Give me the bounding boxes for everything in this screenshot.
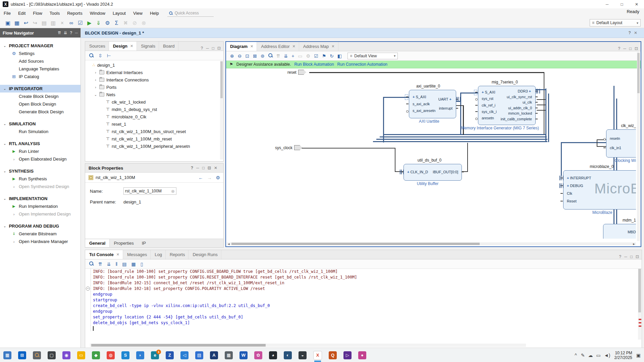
net-wire[interactable] (597, 146, 607, 147)
port-MBDEBUG_0[interactable]: MBDEBUG_0 (628, 230, 636, 234)
chrome-icon[interactable]: ◍ (107, 351, 115, 359)
net-wire[interactable] (561, 142, 562, 176)
menu-window[interactable]: Window (86, 8, 109, 18)
port-DEBUG[interactable]: +DEBUG (567, 184, 583, 188)
tree-item-External Interfaces[interactable]: ›External Interfaces (87, 69, 223, 76)
net-wire[interactable] (383, 97, 384, 142)
ip-block-clk_wiz_1[interactable]: resetnclk_in1clk_out1lockedclk_out2 (606, 129, 636, 158)
flow-item-run-implementation[interactable]: ▶Run Implementation (0, 202, 80, 210)
flow-item-generate-bitstream[interactable]: ⇓Generate Bitstream (0, 230, 80, 238)
help-icon[interactable]: ? (618, 46, 620, 51)
port-CLK_IN_D[interactable]: +CLK_IN_D (407, 170, 428, 174)
port-Clk[interactable]: Clk (567, 191, 572, 195)
menu-view[interactable]: View (129, 8, 146, 18)
float-panel-icon[interactable]: ⊡ (208, 166, 211, 170)
office-icon[interactable]: ▦ (225, 351, 233, 359)
console-tab-reports[interactable]: Reports (166, 250, 189, 259)
menu-help[interactable]: Help (146, 8, 163, 18)
onedrive-icon[interactable]: ☁ (588, 353, 593, 358)
flow-section-synthesis[interactable]: ⌄SYNTHESIS (0, 167, 80, 175)
validate-icon[interactable]: ☑ (76, 19, 85, 27)
layout-selector[interactable]: ≡ Default Layout ▾ (590, 19, 641, 26)
port-s_axi_aresetn[interactable]: s_axi_aresetn (413, 109, 436, 113)
flow-item-open-elaborated-design[interactable]: ›Open Elaborated Design (0, 155, 80, 163)
run-block-automation-link[interactable]: Run Block Automation (294, 62, 334, 67)
net-wire[interactable] (597, 139, 597, 147)
flow-item-open-block-design[interactable]: Open Block Design (0, 100, 80, 108)
port-mmcm_locked[interactable]: mmcm_locked (508, 111, 532, 115)
flow-section-simulation[interactable]: ⌄SIMULATION (0, 120, 80, 128)
quartus-icon[interactable]: Q (329, 351, 337, 359)
ip-block-mig_7series_0[interactable]: +S_AXIsys_rstclk_ref_isys_clk_iaresetnDD… (478, 86, 536, 125)
help-icon[interactable]: ? (191, 166, 193, 170)
chat-app-icon[interactable]: ◉ (62, 351, 70, 359)
dev-tool-icon[interactable]: ◒ (299, 351, 307, 359)
expand-icon[interactable]: ⇊ (284, 53, 288, 59)
flow-section-ip-integrator[interactable]: ⌄IP INTEGRATOR (0, 85, 80, 93)
pause-icon[interactable]: ‖ (115, 261, 117, 267)
sigma-icon[interactable]: Σ (112, 19, 121, 27)
display-icon[interactable]: ▭ (596, 353, 601, 358)
tree-item-rst_clk_wiz_1_100M_bus_struct_reset[interactable]: ⊤rst_clk_wiz_1_100M_bus_struct_reset (87, 128, 223, 135)
collapse-icon[interactable]: ⇈ (98, 261, 102, 267)
tree-item-reset_1[interactable]: ⊤reset_1 (87, 120, 223, 128)
console-tab-log[interactable]: Log (151, 250, 166, 259)
clear-icon[interactable]: ⊗ (171, 189, 175, 194)
port-ui_clk[interactable]: ui_clk (523, 100, 532, 104)
diagram-canvas[interactable]: resetsys_clockaxi_uartlite_0+S_AXIs_axi_… (226, 68, 636, 239)
port-init_calib_complete[interactable]: init_calib_complete (500, 117, 532, 121)
browser-icon[interactable]: ◐ (284, 351, 292, 359)
widgets-icon[interactable]: ▦ (3, 351, 11, 359)
port-UART[interactable]: UART + (438, 97, 452, 101)
undo-icon[interactable]: ↩ (21, 19, 31, 27)
tree-item-rst_clk_wiz_1_100M_peripheral_aresetn[interactable]: ⊤rst_clk_wiz_1_100M_peripheral_aresetn (87, 142, 223, 150)
flow-section-project-manager[interactable]: ⌄PROJECT MANAGER (0, 42, 80, 50)
copy-icon[interactable]: ▤ (40, 19, 49, 27)
net-wire[interactable] (380, 136, 547, 137)
port-sys_clk_i[interactable]: sys_clk_i (482, 110, 497, 114)
net-wire[interactable] (395, 148, 395, 172)
maximize-panel-icon[interactable]: □ (202, 166, 205, 170)
vscode-icon[interactable]: ◁ (180, 351, 189, 359)
props-tab-ip[interactable]: IP (138, 239, 150, 247)
forward-arrow-icon[interactable]: → (207, 175, 212, 180)
open-project-icon[interactable]: ▣ (3, 19, 12, 27)
bitstream-icon[interactable]: ⇓ (94, 19, 103, 27)
interface-icon[interactable]: ◧ (337, 53, 342, 59)
console-tab-messages[interactable]: Messages (123, 250, 151, 259)
net-wire[interactable] (373, 141, 547, 142)
expand-interface-icon[interactable]: + (448, 97, 451, 101)
search-icon[interactable] (89, 53, 94, 58)
flow-item-ip-catalog[interactable]: ⊞IP Catalog (0, 73, 80, 80)
net-wire[interactable] (537, 99, 545, 100)
diagram-vscrollbar[interactable] (637, 52, 640, 241)
design-tab-signals[interactable]: Signals (137, 42, 159, 51)
visual-studio-icon[interactable]: ▷ (343, 351, 352, 359)
edge-icon[interactable]: e1 (151, 351, 159, 359)
minimize-panel-icon[interactable]: ─ (196, 166, 199, 170)
minimize-panel-icon[interactable]: ─ (206, 46, 209, 51)
maximize-panel-icon[interactable]: □ (629, 46, 632, 51)
console-tab-tcl-console[interactable]: Tcl Console✕ (85, 250, 123, 259)
tree-item-Interface Connections[interactable]: ›Interface Connections (87, 76, 223, 83)
debug-off-icon[interactable]: ⊗ (139, 19, 148, 27)
close-tab-icon[interactable]: ✕ (292, 44, 296, 49)
flow-item-generate-block-design[interactable]: Generate Block Design (0, 108, 80, 116)
float-panel-icon[interactable]: ⊡ (635, 46, 638, 51)
volume-icon[interactable]: ◄) (604, 353, 610, 358)
flow-item-open-implemented-design[interactable]: ›Open Implemented Design (0, 210, 80, 218)
taskbar-clock[interactable]: 10:12 PM 2/27/2025 (614, 351, 632, 360)
media-app-icon[interactable]: ● (358, 351, 366, 359)
close-tab-icon[interactable]: ✕ (331, 44, 334, 49)
mail-icon[interactable]: ▤ (195, 351, 203, 359)
fold-icon[interactable]: − (86, 287, 90, 291)
net-wire[interactable] (376, 139, 547, 140)
collapse-icon[interactable]: ⇈ (276, 53, 280, 59)
menu-layout[interactable]: Layout (109, 8, 129, 18)
ip-block-mdm_1[interactable]: MBDEBUG_0 (603, 224, 636, 239)
taskview-icon[interactable]: ▢ (48, 351, 56, 359)
flow-item-add-sources[interactable]: Add Sources (0, 57, 80, 65)
design-tab-sources[interactable]: Sources (85, 42, 109, 51)
close-tab-icon[interactable]: ✕ (250, 44, 253, 49)
close-icon[interactable]: ✕ (214, 166, 217, 170)
